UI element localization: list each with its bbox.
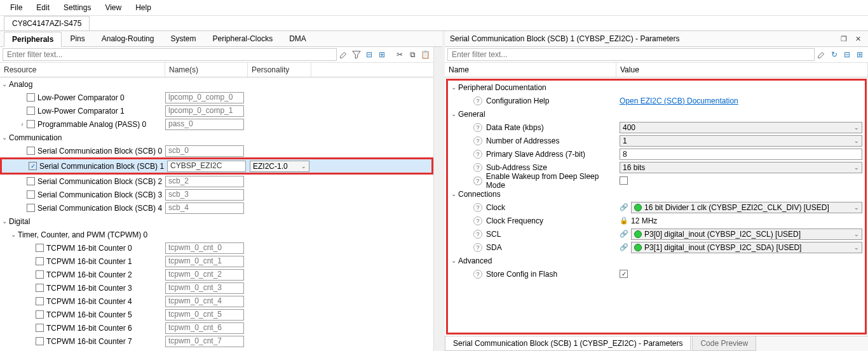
resource-name-field[interactable]: tcpwm_0_cnt_3	[165, 282, 244, 294]
param-row[interactable]: ⌄Connections	[448, 187, 865, 201]
resource-name-field[interactable]: tcpwm_0_cnt_0	[165, 242, 244, 254]
tree-row[interactable]: Serial Communication Block (SCB) 2scb_2	[0, 175, 433, 188]
signal-select[interactable]: P3[1] digital_inout (CYBSP_I2C_SDA) [USE…	[631, 242, 862, 253]
help-icon[interactable]: ?	[473, 123, 482, 132]
enable-checkbox[interactable]	[27, 204, 35, 212]
enable-checkbox[interactable]	[36, 257, 44, 265]
filter-icon[interactable]	[351, 49, 362, 60]
col-header-value[interactable]: Value	[616, 63, 868, 77]
link-icon[interactable]: 🔗	[620, 203, 628, 212]
menu-settings[interactable]: Settings	[57, 1, 97, 14]
tree-row[interactable]: TCPWM 16-bit Counter 5tcpwm_0_cnt_5	[0, 308, 433, 321]
restore-icon[interactable]: ❐	[839, 34, 849, 44]
tab-pins[interactable]: Pins	[62, 31, 93, 46]
menu-view[interactable]: View	[98, 1, 128, 14]
tree-row[interactable]: ›Programmable Analog (PASS) 0pass_0	[0, 117, 433, 131]
tree-row[interactable]: Low-Power Comparator 1lpcomp_0_comp_1	[0, 104, 433, 117]
twisty-icon[interactable]: ⌄	[9, 231, 18, 238]
tab-system[interactable]: System	[162, 31, 204, 46]
tree-row[interactable]: Serial Communication Block (SCB) 3scb_3	[0, 188, 433, 201]
enable-checkbox[interactable]	[27, 190, 35, 199]
resource-name-field[interactable]: scb_4	[165, 202, 244, 214]
twisty-icon[interactable]: ⌄	[0, 134, 9, 141]
help-icon[interactable]: ?	[473, 203, 482, 212]
help-icon[interactable]: ?	[473, 150, 482, 159]
enable-checkbox[interactable]	[36, 337, 44, 345]
twisty-icon[interactable]: ⌄	[0, 218, 9, 225]
param-row[interactable]: ?Primary Slave Address (7-bit)8	[448, 147, 865, 161]
col-header-personality[interactable]: Personality	[248, 63, 311, 77]
help-icon[interactable]: ?	[473, 176, 482, 185]
tree-row[interactable]: TCPWM 16-bit Counter 6tcpwm_0_cnt_6	[0, 321, 433, 334]
edit-icon[interactable]	[816, 49, 827, 60]
tree-row[interactable]: TCPWM 16-bit Counter 4tcpwm_0_cnt_4	[0, 295, 433, 308]
link-icon[interactable]: 🔗	[620, 243, 628, 252]
link-icon[interactable]: 🔗	[620, 230, 628, 239]
resource-filter-input[interactable]	[3, 48, 337, 61]
tree-row[interactable]: TCPWM 16-bit Counter 7tcpwm_0_cnt_7	[0, 334, 433, 348]
resource-name-field[interactable]: tcpwm_0_cnt_1	[165, 256, 244, 267]
paste-icon[interactable]: 📋	[419, 49, 431, 60]
param-checkbox[interactable]	[620, 176, 628, 185]
tree-row[interactable]: ⌄Communication	[0, 131, 433, 144]
resource-tree[interactable]: ⌄AnalogLow-Power Comparator 0lpcomp_0_co…	[0, 77, 433, 351]
tree-row[interactable]: ⌄Digital	[0, 215, 433, 228]
tree-row[interactable]: TCPWM 16-bit Counter 1tcpwm_0_cnt_1	[0, 255, 433, 268]
resource-name-field[interactable]: scb_3	[165, 189, 244, 201]
param-dropdown[interactable]: 1⌄	[620, 135, 862, 147]
col-header-resource[interactable]: Resource	[0, 63, 165, 77]
enable-checkbox[interactable]	[36, 310, 44, 319]
help-icon[interactable]: ?	[473, 216, 482, 225]
parameters-grid[interactable]: ⌄Peripheral Documentation?Configuration …	[446, 79, 867, 334]
resource-name-field[interactable]: CYBSP_EZI2C	[167, 161, 246, 172]
param-row[interactable]: ?Enable Wakeup from Deep Sleep Mode	[448, 174, 865, 187]
col-header-name[interactable]: Name	[445, 63, 616, 77]
menu-file[interactable]: File	[4, 1, 29, 14]
parameter-filter-input[interactable]	[447, 48, 815, 61]
col-header-names[interactable]: Name(s)	[165, 63, 248, 77]
param-dropdown[interactable]: 400⌄	[620, 122, 862, 133]
resource-name-field[interactable]: scb_2	[165, 176, 244, 187]
param-row[interactable]: ?Number of Addresses1⌄	[448, 134, 865, 147]
help-icon[interactable]: ?	[473, 243, 482, 252]
twisty-icon[interactable]: ›	[18, 121, 27, 128]
help-icon[interactable]: ?	[473, 230, 482, 239]
close-icon[interactable]: ✕	[853, 34, 863, 44]
resource-name-field[interactable]: tcpwm_0_cnt_4	[165, 296, 244, 307]
enable-checkbox[interactable]	[27, 147, 35, 155]
enable-checkbox[interactable]	[27, 177, 35, 185]
twisty-icon[interactable]: ⌄	[449, 110, 458, 117]
cut-icon[interactable]: ✂	[394, 49, 405, 60]
param-row[interactable]: ?Configuration HelpOpen EZI2C (SCB) Docu…	[448, 94, 865, 107]
resource-name-field[interactable]: tcpwm_0_cnt_5	[165, 309, 244, 321]
twisty-icon[interactable]: ⌄	[0, 81, 9, 88]
resource-name-field[interactable]: tcpwm_0_cnt_6	[165, 322, 244, 334]
left-scrollbar[interactable]	[433, 47, 442, 351]
bottom-tab[interactable]: Serial Communication Block (SCB) 1 (CYBS…	[445, 336, 691, 351]
bottom-tab[interactable]: Code Preview	[692, 336, 756, 351]
param-row[interactable]: ?Clock🔗16 bit Divider 1 clk (CYBSP_EZI2C…	[448, 201, 865, 214]
tree-row[interactable]: ›System	[0, 348, 433, 351]
enable-checkbox[interactable]	[36, 244, 44, 252]
enable-checkbox[interactable]	[27, 120, 35, 128]
enable-checkbox[interactable]	[27, 93, 35, 102]
tree-row[interactable]: ⌄Analog	[0, 77, 433, 91]
enable-checkbox[interactable]	[36, 297, 44, 305]
enable-checkbox[interactable]	[27, 107, 35, 115]
resource-name-field[interactable]: lpcomp_0_comp_0	[165, 92, 244, 103]
twisty-icon[interactable]: ⌄	[449, 257, 458, 264]
param-checkbox[interactable]	[620, 270, 628, 278]
help-icon[interactable]: ?	[473, 163, 482, 172]
collapse-all-icon[interactable]: ⊟	[363, 49, 375, 60]
tree-row[interactable]: TCPWM 16-bit Counter 3tcpwm_0_cnt_3	[0, 281, 433, 295]
resource-name-field[interactable]: pass_0	[165, 119, 244, 130]
param-dropdown[interactable]: 16 bits⌄	[620, 162, 862, 173]
refresh-icon[interactable]: ↻	[829, 49, 840, 60]
signal-select[interactable]: 16 bit Divider 1 clk (CYBSP_EZI2C_CLK_DI…	[631, 202, 862, 213]
tab-dma[interactable]: DMA	[281, 31, 315, 46]
enable-checkbox[interactable]	[29, 162, 37, 170]
personality-select[interactable]: EZI2C-1.0⌄	[250, 161, 309, 172]
resource-name-field[interactable]: lpcomp_0_comp_1	[165, 105, 244, 117]
param-row[interactable]: ?SCL🔗P3[0] digital_inout (CYBSP_I2C_SCL)…	[448, 227, 865, 241]
help-icon[interactable]: ?	[473, 136, 482, 145]
